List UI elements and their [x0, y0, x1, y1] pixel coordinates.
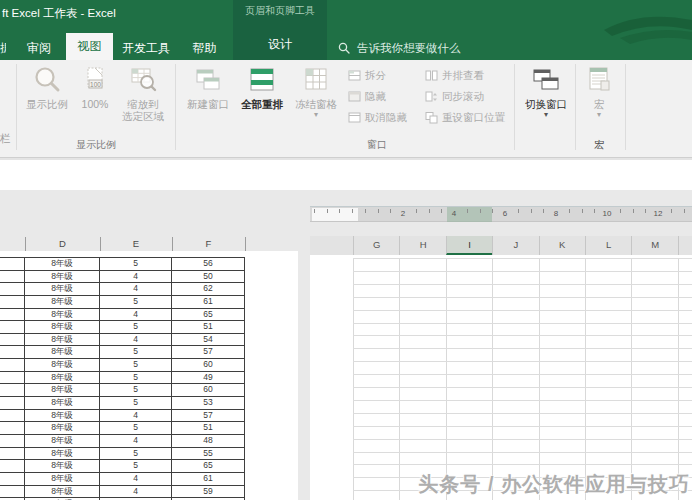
table-cell[interactable]: 4 — [100, 486, 172, 498]
table-cell[interactable]: 5 — [100, 460, 172, 472]
table-cell[interactable]: 8年级 — [25, 346, 100, 358]
table-cell[interactable]: 4 — [100, 334, 172, 346]
reset-window-position-button[interactable]: 重设窗口位置 — [425, 111, 505, 124]
table-cell[interactable]: 62 — [172, 283, 245, 295]
table-cell[interactable]: 4 — [100, 435, 172, 447]
table-cell[interactable]: 5 — [100, 372, 172, 384]
table-cell[interactable]: 61 — [172, 296, 245, 308]
table-cell[interactable]: 4 — [100, 473, 172, 485]
table-cell[interactable] — [0, 422, 25, 434]
table-cell[interactable]: 50 — [172, 271, 245, 283]
column-header-H[interactable]: H — [399, 236, 445, 255]
table-cell[interactable]: 8年级 — [25, 372, 100, 384]
table-cell[interactable] — [0, 448, 25, 460]
column-header-D[interactable]: D — [25, 237, 100, 251]
table-cell[interactable]: 8年级 — [25, 359, 100, 371]
table-cell[interactable]: 8年级 — [25, 448, 100, 460]
table-cell[interactable]: 8年级 — [25, 309, 100, 321]
table-cell[interactable]: 5 — [100, 422, 172, 434]
table-cell[interactable]: 57 — [172, 346, 245, 358]
tab-review[interactable]: 审阅 — [25, 36, 53, 60]
view-side-by-side-button[interactable]: 并排查看 — [425, 69, 505, 82]
table-cell[interactable] — [0, 309, 25, 321]
table-cell[interactable]: 60 — [172, 359, 245, 371]
table-cell[interactable]: 51 — [172, 422, 245, 434]
table-cell[interactable]: 55 — [172, 448, 245, 460]
table-cell[interactable]: 5 — [100, 397, 172, 409]
unhide-button[interactable]: 取消隐藏 — [348, 111, 407, 124]
table-cell[interactable]: 65 — [172, 309, 245, 321]
table-cell[interactable] — [0, 359, 25, 371]
table-cell[interactable] — [0, 321, 25, 333]
table-cell[interactable]: 4 — [100, 309, 172, 321]
table-cell[interactable] — [0, 435, 25, 447]
tab-view[interactable]: 视图 — [66, 33, 113, 60]
table-cell[interactable]: 54 — [172, 334, 245, 346]
column-header-J[interactable]: J — [492, 236, 538, 255]
table-cell[interactable] — [0, 346, 25, 358]
table-cell[interactable]: 59 — [172, 486, 245, 498]
split-button[interactable]: 拆分 — [348, 69, 407, 82]
table-cell[interactable]: 8年级 — [25, 460, 100, 472]
tab-fragment[interactable]: 据 — [0, 36, 6, 60]
column-header-K[interactable]: K — [539, 236, 585, 255]
table-cell[interactable] — [0, 296, 25, 308]
table-cell[interactable]: 65 — [172, 460, 245, 472]
table-cell[interactable]: 8年级 — [25, 296, 100, 308]
table-cell[interactable]: 8年级 — [25, 397, 100, 409]
column-header-L[interactable]: L — [585, 236, 631, 255]
table-cell[interactable]: 8年级 — [25, 283, 100, 295]
sync-scroll-button[interactable]: 同步滚动 — [425, 90, 505, 103]
table-cell[interactable] — [0, 397, 25, 409]
table-cell[interactable]: 49 — [172, 372, 245, 384]
table-cell[interactable]: 5 — [100, 321, 172, 333]
tell-me-search[interactable]: 告诉我你想要做什么 — [338, 36, 461, 60]
table-cell[interactable] — [0, 334, 25, 346]
table-cell[interactable] — [0, 410, 25, 422]
tab-help[interactable]: 帮助 — [191, 36, 218, 60]
tab-developer[interactable]: 开发工具 — [122, 36, 170, 60]
table-cell[interactable]: 5 — [100, 346, 172, 358]
hide-button[interactable]: 隐藏 — [348, 90, 407, 103]
table-cell[interactable]: 4 — [100, 283, 172, 295]
table-cell[interactable]: 4 — [100, 410, 172, 422]
table-cell[interactable] — [0, 486, 25, 498]
column-header-partial[interactable] — [678, 236, 692, 255]
table-cell[interactable] — [0, 258, 25, 270]
table-cell[interactable] — [0, 372, 25, 384]
table-cell[interactable]: 8年级 — [25, 422, 100, 434]
table-cell[interactable] — [0, 271, 25, 283]
table-cell[interactable]: 56 — [172, 258, 245, 270]
table-cell[interactable]: 60 — [172, 384, 245, 396]
column-header-I[interactable]: I — [446, 236, 492, 255]
table-cell[interactable]: 8年级 — [25, 384, 100, 396]
table-cell[interactable]: 8年级 — [25, 258, 100, 270]
column-header-F[interactable]: F — [172, 237, 245, 251]
table-cell[interactable]: 53 — [172, 397, 245, 409]
table-cell[interactable] — [0, 283, 25, 295]
table-cell[interactable]: 57 — [172, 410, 245, 422]
table-cell[interactable]: 8年级 — [25, 271, 100, 283]
table-cell[interactable]: 5 — [100, 359, 172, 371]
column-header-G[interactable]: G — [353, 236, 399, 255]
table-cell[interactable]: 61 — [172, 473, 245, 485]
table-cell[interactable]: 5 — [100, 384, 172, 396]
table-cell[interactable]: 5 — [100, 296, 172, 308]
table-cell[interactable]: 8年级 — [25, 473, 100, 485]
right-page[interactable] — [310, 255, 692, 500]
left-page[interactable]: 8年级5568年级4508年级4628年级5618年级4658年级5518年级4… — [0, 251, 298, 500]
table-cell[interactable] — [0, 384, 25, 396]
formula-bar-area[interactable] — [0, 158, 692, 192]
table-cell[interactable]: 51 — [172, 321, 245, 333]
table-cell[interactable]: 4 — [100, 271, 172, 283]
table-cell[interactable]: 5 — [100, 448, 172, 460]
tab-design[interactable]: 设计 — [233, 36, 327, 53]
column-header-M[interactable]: M — [631, 236, 677, 255]
table-cell[interactable] — [0, 473, 25, 485]
table-cell[interactable] — [0, 460, 25, 472]
column-header-E[interactable]: E — [100, 237, 172, 251]
table-cell[interactable]: 48 — [172, 435, 245, 447]
table-cell[interactable]: 5 — [100, 258, 172, 270]
table-cell[interactable]: 8年级 — [25, 334, 100, 346]
table-cell[interactable]: 8年级 — [25, 435, 100, 447]
